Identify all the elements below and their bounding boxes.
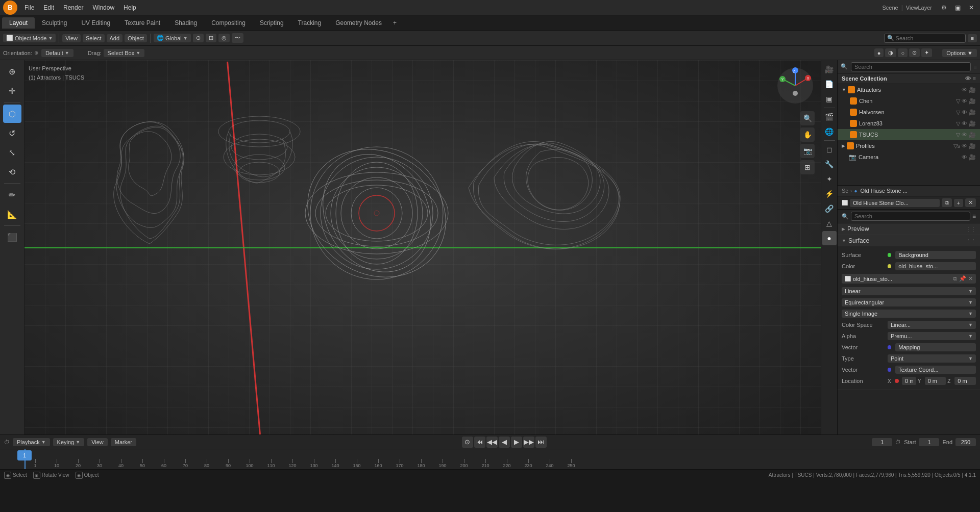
- modifier-props-icon[interactable]: 🔧: [822, 157, 837, 171]
- add-menu[interactable]: Add: [107, 34, 123, 42]
- material-delete-btn[interactable]: ✕: [965, 198, 976, 207]
- constraints-props-icon[interactable]: 🔗: [822, 201, 837, 216]
- viewport-gizmo[interactable]: ✦: [921, 48, 932, 57]
- output-props-icon[interactable]: 📄: [822, 77, 837, 91]
- x-value-input[interactable]: [902, 377, 916, 385]
- render-icon-lorenz83[interactable]: 🎥: [969, 120, 976, 127]
- select-box-tool[interactable]: ⬡: [3, 105, 21, 123]
- render-icon-profiles[interactable]: 🎥: [969, 143, 976, 149]
- tab-geometry-nodes[interactable]: Geometry Nodes: [328, 17, 389, 29]
- world-props-icon[interactable]: 🌐: [822, 124, 837, 139]
- jump-start-btn[interactable]: ⏮: [474, 437, 485, 448]
- menu-help[interactable]: Help: [119, 3, 140, 12]
- single-image-dropdown[interactable]: Single Image ▼: [842, 310, 976, 318]
- visibility-icon-halvorsen[interactable]: 👁: [962, 109, 967, 116]
- annotate-tool[interactable]: ✏: [3, 186, 21, 204]
- visibility-icon-tsucs[interactable]: 👁: [962, 132, 967, 138]
- scene-props-icon[interactable]: 🎬: [822, 110, 837, 124]
- texture-copy-btn[interactable]: ⧉: [953, 275, 957, 282]
- render-icon-tsucs[interactable]: 🎥: [969, 132, 976, 138]
- filter-button[interactable]: ≡: [968, 34, 977, 42]
- visibility-icon-profiles[interactable]: 👁: [962, 143, 967, 149]
- mapping-btn[interactable]: Mapping: [895, 343, 976, 351]
- nav-gizmo[interactable]: Z X Y: [775, 65, 816, 106]
- step-fwd-btn[interactable]: ▶▶: [523, 437, 534, 448]
- marker-menu[interactable]: Marker: [111, 438, 136, 446]
- props-search-input[interactable]: [851, 212, 970, 221]
- camera-view-btn[interactable]: 📷: [800, 144, 815, 158]
- snapping[interactable]: ⊞: [206, 34, 216, 42]
- tab-sculpting[interactable]: Sculpting: [35, 17, 74, 29]
- scene-icon[interactable]: ⚙: [938, 3, 950, 12]
- transform-tool[interactable]: ⟲: [3, 163, 21, 181]
- visibility-icon-lorenz83[interactable]: 👁: [962, 120, 967, 127]
- keying-menu[interactable]: Keying ▼: [53, 438, 85, 446]
- type-dropdown[interactable]: Point ▼: [888, 354, 976, 363]
- equirectangular-dropdown[interactable]: Equirectangular ▼: [842, 298, 976, 306]
- falloff-type[interactable]: 〜: [232, 33, 243, 43]
- tab-tracking[interactable]: Tracking: [291, 17, 329, 29]
- breadcrumb-sc[interactable]: Sc: [842, 188, 848, 194]
- render-icon-halvorsen[interactable]: 🎥: [969, 109, 976, 116]
- menu-render[interactable]: Render: [59, 3, 87, 12]
- filter-icon-profiles[interactable]: ▽s: [953, 143, 961, 149]
- physics-props-icon[interactable]: ⚡: [822, 187, 837, 201]
- material-copy-btn[interactable]: ⧉: [942, 198, 952, 207]
- viewlayer-icon[interactable]: ▣: [952, 3, 964, 12]
- mode-selector[interactable]: ⬜ Object Mode ▼: [3, 34, 56, 42]
- end-frame-input[interactable]: [955, 438, 976, 446]
- play-btn[interactable]: ▶: [511, 437, 522, 448]
- render-props-icon[interactable]: 🎥: [822, 62, 837, 76]
- material-name-field[interactable]: Old Hiuse Stone Clo...: [850, 199, 940, 207]
- tab-uv-editing[interactable]: UV Editing: [74, 17, 117, 29]
- tab-scripting[interactable]: Scripting: [253, 17, 291, 29]
- outliner-row-profiles[interactable]: ▶ Profiles ▽s 👁 🎥: [838, 140, 980, 151]
- measure-tool[interactable]: 📐: [3, 205, 21, 223]
- outliner-row-attractors[interactable]: ▼ Attractors 👁 🎥: [838, 84, 980, 95]
- preview-section-header[interactable]: ▶ Preview ⋮⋮: [838, 223, 980, 235]
- view-menu[interactable]: View: [87, 438, 108, 446]
- material-new-btn[interactable]: +: [954, 199, 963, 207]
- preview-menu-icon[interactable]: ⋮⋮: [966, 226, 976, 232]
- material-props-icon[interactable]: ●: [822, 231, 837, 245]
- play-back-btn[interactable]: ◀: [499, 437, 510, 448]
- transform-orientations[interactable]: 🌐 Global ▼: [154, 34, 191, 42]
- viewport-search-input[interactable]: [884, 34, 966, 43]
- timeline-ruler[interactable]: 1 1 10 20 30 40 50 60 70 80 90 100 110 1…: [0, 449, 980, 469]
- outliner-row-chen[interactable]: Chen ▽ 👁 🎥: [838, 95, 980, 107]
- tab-texture-paint[interactable]: Texture Paint: [117, 17, 167, 29]
- drag-mode-selector[interactable]: Select Box ▼: [104, 49, 145, 57]
- visibility-icon-camera[interactable]: 👁: [962, 154, 967, 161]
- viewport-shading-material[interactable]: ◑: [885, 48, 896, 57]
- rotate-tool[interactable]: ↺: [3, 124, 21, 142]
- outliner-row-halvorsen[interactable]: Halvorsen ▽ 👁 🎥: [838, 107, 980, 118]
- filter-icon-halvorsen[interactable]: ▽: [956, 109, 960, 116]
- frame-circle-btn[interactable]: ⊙: [462, 437, 473, 448]
- outliner-row-tsucs[interactable]: TSUCS ▽ 👁 🎥: [838, 129, 980, 140]
- outliner-row-camera[interactable]: 📷 Camera 👁 🎥: [838, 151, 980, 163]
- y-value-input[interactable]: [925, 377, 946, 385]
- render-icon-camera[interactable]: 🎥: [969, 154, 976, 161]
- viewport-shading-render[interactable]: ○: [898, 48, 908, 57]
- options-button[interactable]: Options ▼: [942, 49, 977, 57]
- scale-tool[interactable]: ⤡: [3, 143, 21, 162]
- alpha-dropdown[interactable]: Premu... ▼: [888, 332, 976, 340]
- outliner-filter-btn[interactable]: ≡: [973, 75, 976, 82]
- render-icon-chen[interactable]: 🎥: [969, 98, 976, 105]
- object-data-props-icon[interactable]: △: [822, 216, 837, 231]
- menu-window[interactable]: Window: [88, 3, 118, 12]
- outliner-row-lorenz83[interactable]: Lorenz83 ▽ 👁 🎥: [838, 118, 980, 129]
- breadcrumb-mat[interactable]: Old Hiuse Stone ...: [861, 188, 908, 194]
- menu-edit[interactable]: Edit: [39, 3, 58, 12]
- object-menu[interactable]: Object: [125, 34, 147, 42]
- surface-type-btn[interactable]: Background: [895, 251, 976, 259]
- visibility-icon-chen[interactable]: 👁: [962, 98, 967, 105]
- proportional-editing[interactable]: ◎: [218, 34, 230, 42]
- orientation-selector[interactable]: Default ▼: [41, 49, 74, 57]
- surface-section-header[interactable]: ▼ Surface ⋮⋮: [838, 235, 980, 246]
- filter-icon-tsucs[interactable]: ▽: [956, 132, 960, 138]
- pivot-center[interactable]: ⊙: [193, 34, 204, 42]
- viewport[interactable]: User Perspective (1) Attractors | TSUCS …: [24, 60, 821, 434]
- start-frame-input[interactable]: [919, 438, 939, 446]
- hand-tool-btn[interactable]: ✋: [800, 127, 815, 142]
